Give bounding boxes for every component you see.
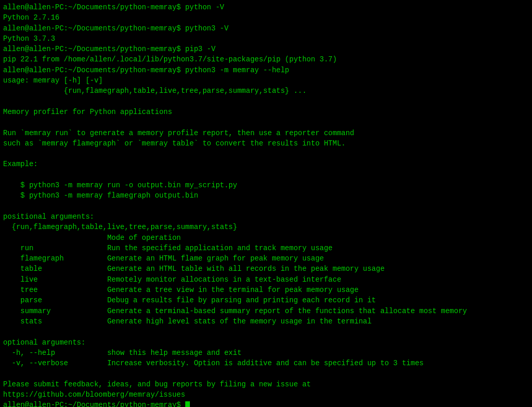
terminal: allen@allen-PC:~/Documents/python-memray…: [3, 2, 529, 407]
terminal-output: -h, --help show this help message and ex…: [3, 348, 529, 358]
terminal-output: parse Debug a results file by parsing an…: [3, 295, 529, 305]
terminal-prompt: allen@allen-PC:~/Documents/python-memray…: [3, 44, 529, 54]
terminal-output: optional arguments:: [3, 337, 529, 348]
terminal-output: Python 3.7.3: [3, 34, 529, 44]
empty-line: [3, 117, 529, 127]
terminal-output: Memory profiler for Python applications: [3, 107, 529, 117]
terminal-output: tree Generate a tree view in the termina…: [3, 285, 529, 295]
terminal-output: {run,flamegraph,table,live,tree,parse,su…: [3, 222, 529, 232]
terminal-output: table Generate an HTML table with all re…: [3, 264, 529, 274]
terminal-prompt-active: allen@allen-PC:~/Documents/python-memray…: [3, 400, 529, 407]
terminal-output: -v, --verbose Increase verbosity. Option…: [3, 358, 529, 368]
terminal-output: $ python3 -m memray flamegraph output.bi…: [3, 190, 529, 201]
terminal-output: live Remotely monitor allocations in a t…: [3, 274, 529, 285]
terminal-output: Run `memray run` to generate a memory pr…: [3, 128, 529, 138]
terminal-output: {run,flamegraph,table,live,tree,parse,su…: [3, 86, 529, 96]
terminal-output: flamegraph Generate an HTML flame graph …: [3, 253, 529, 264]
terminal-prompt: allen@allen-PC:~/Documents/python-memray…: [3, 23, 529, 34]
terminal-output: Example:: [3, 159, 529, 169]
empty-line: [3, 149, 529, 159]
terminal-prompt: allen@allen-PC:~/Documents/python-memray…: [3, 65, 529, 75]
terminal-output: Mode of operation: [3, 233, 529, 243]
terminal-cursor: [185, 401, 190, 407]
terminal-output: Python 2.7.16: [3, 12, 529, 23]
empty-line: [3, 170, 529, 180]
terminal-output: usage: memray [-h] [-v]: [3, 75, 529, 86]
empty-line: [3, 96, 529, 107]
terminal-output: such as `memray flamegraph` or `memray t…: [3, 138, 529, 149]
terminal-output: $ python3 -m memray run -o output.bin my…: [3, 180, 529, 190]
terminal-output: summary Generate a terminal-based summar…: [3, 306, 529, 316]
terminal-output: https://github.com/bloomberg/memray/issu…: [3, 389, 529, 400]
terminal-output: positional arguments:: [3, 211, 529, 222]
terminal-output: pip 22.1 from /home/allen/.local/lib/pyt…: [3, 54, 529, 64]
empty-line: [3, 327, 529, 337]
empty-line: [3, 368, 529, 379]
terminal-output: run Run the specified application and tr…: [3, 243, 529, 253]
terminal-output: stats Generate high level stats of the m…: [3, 316, 529, 327]
empty-line: [3, 201, 529, 211]
terminal-output: Please submit feedback, ideas, and bug r…: [3, 379, 529, 389]
terminal-prompt: allen@allen-PC:~/Documents/python-memray…: [3, 2, 529, 12]
